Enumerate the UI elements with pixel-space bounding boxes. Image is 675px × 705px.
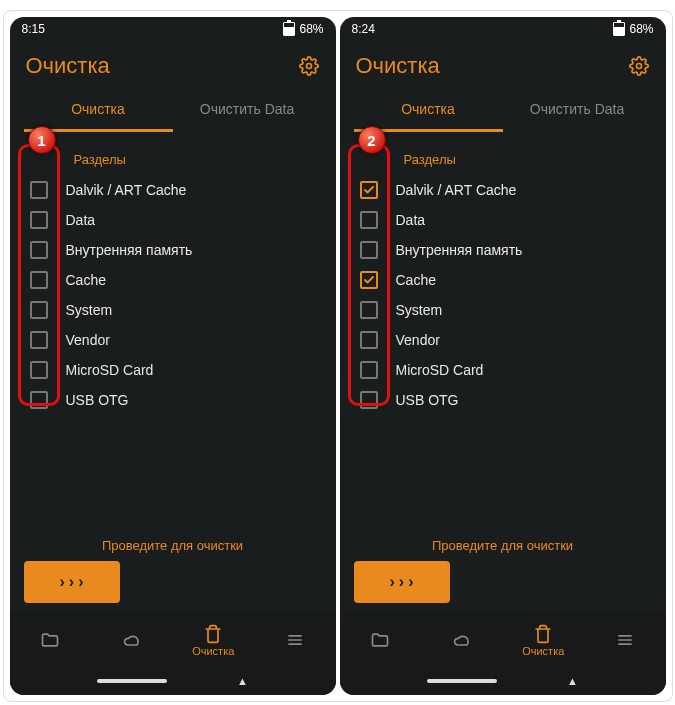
list-item[interactable]: Data: [24, 205, 322, 235]
phone-screen: 8:15 68% Очистка ОчисткаОчистить Data1Ра…: [10, 17, 336, 695]
nav-clean[interactable]: Очистка: [503, 624, 585, 657]
item-label: MicroSD Card: [66, 362, 154, 378]
settings-button[interactable]: [298, 55, 320, 77]
status-bar: 8:24 68%: [340, 17, 666, 41]
checkbox[interactable]: [360, 181, 378, 199]
bottom-nav: Очистка: [10, 613, 336, 667]
checkbox[interactable]: [360, 391, 378, 409]
list-item[interactable]: USB OTG: [24, 385, 322, 415]
home-pill[interactable]: [427, 679, 497, 683]
item-label: System: [396, 302, 443, 318]
list-item[interactable]: MicroSD Card: [354, 355, 652, 385]
step-badge: 2: [358, 126, 386, 154]
item-label: System: [66, 302, 113, 318]
checkbox[interactable]: [360, 241, 378, 259]
item-label: Vendor: [396, 332, 440, 348]
item-label: Cache: [396, 272, 436, 288]
battery-icon: [613, 22, 625, 36]
checkbox[interactable]: [360, 211, 378, 229]
list-item[interactable]: Cache: [24, 265, 322, 295]
item-label: MicroSD Card: [396, 362, 484, 378]
partition-list: Dalvik / ART CacheDataВнутренняя памятьC…: [24, 175, 322, 415]
settings-button[interactable]: [628, 55, 650, 77]
list-item[interactable]: Внутренняя память: [24, 235, 322, 265]
checkbox[interactable]: [30, 301, 48, 319]
checkbox[interactable]: [360, 361, 378, 379]
list-item[interactable]: Dalvik / ART Cache: [24, 175, 322, 205]
nav-label: Очистка: [522, 645, 564, 657]
swipe-button[interactable]: › › ›: [24, 561, 120, 603]
system-nav-bar: ▲: [340, 667, 666, 695]
list-item[interactable]: System: [24, 295, 322, 325]
item-label: Cache: [66, 272, 106, 288]
list-item[interactable]: Vendor: [24, 325, 322, 355]
checkbox[interactable]: [30, 181, 48, 199]
battery-icon: [283, 22, 295, 36]
list-item[interactable]: USB OTG: [354, 385, 652, 415]
nav-cloud[interactable]: [421, 630, 503, 650]
chevron-right-icon: ›: [399, 573, 404, 591]
checkbox[interactable]: [30, 331, 48, 349]
list-item[interactable]: System: [354, 295, 652, 325]
swipe-hint: Проведите для очистки: [24, 538, 322, 553]
svg-point-4: [636, 64, 641, 69]
nav-menu[interactable]: [254, 630, 336, 650]
section-label: Разделы: [404, 152, 652, 167]
chevron-up-icon[interactable]: ▲: [567, 675, 578, 687]
list-item[interactable]: MicroSD Card: [24, 355, 322, 385]
tab-clear-data[interactable]: Очистить Data: [503, 91, 652, 132]
svg-point-0: [306, 64, 311, 69]
nav-files[interactable]: [10, 630, 92, 650]
swipe-button[interactable]: › › ›: [354, 561, 450, 603]
nav-files[interactable]: [340, 630, 422, 650]
nav-cloud[interactable]: [91, 630, 173, 650]
status-time: 8:15: [22, 22, 45, 36]
chevron-right-icon: ›: [69, 573, 74, 591]
item-label: Data: [66, 212, 96, 228]
system-nav-bar: ▲: [10, 667, 336, 695]
swipe-area: Проведите для очистки › › ›: [10, 538, 336, 613]
phone-screen: 8:24 68% Очистка ОчисткаОчистить Data2Ра…: [340, 17, 666, 695]
status-battery: 68%: [629, 22, 653, 36]
item-label: Внутренняя память: [396, 242, 523, 258]
body: 1РазделыDalvik / ART CacheDataВнутренняя…: [10, 132, 336, 538]
tab-clear-data[interactable]: Очистить Data: [173, 91, 322, 132]
bottom-nav: Очистка: [340, 613, 666, 667]
item-label: Внутренняя память: [66, 242, 193, 258]
item-label: USB OTG: [66, 392, 129, 408]
body: 2РазделыDalvik / ART CacheDataВнутренняя…: [340, 132, 666, 538]
header: Очистка: [340, 41, 666, 83]
home-pill[interactable]: [97, 679, 167, 683]
checkbox[interactable]: [30, 391, 48, 409]
item-label: Dalvik / ART Cache: [396, 182, 517, 198]
list-item[interactable]: Dalvik / ART Cache: [354, 175, 652, 205]
nav-menu[interactable]: [584, 630, 666, 650]
page-title: Очистка: [26, 53, 110, 79]
checkbox[interactable]: [360, 331, 378, 349]
tabs: ОчисткаОчистить Data: [340, 91, 666, 132]
chevron-right-icon: ›: [390, 573, 395, 591]
chevron-up-icon[interactable]: ▲: [237, 675, 248, 687]
list-item[interactable]: Vendor: [354, 325, 652, 355]
status-time: 8:24: [352, 22, 375, 36]
list-item[interactable]: Cache: [354, 265, 652, 295]
status-bar: 8:15 68%: [10, 17, 336, 41]
checkbox[interactable]: [30, 361, 48, 379]
swipe-hint: Проведите для очистки: [354, 538, 652, 553]
checkbox[interactable]: [30, 211, 48, 229]
status-right: 68%: [283, 22, 323, 36]
swipe-area: Проведите для очистки › › ›: [340, 538, 666, 613]
checkbox[interactable]: [360, 271, 378, 289]
chevron-right-icon: ›: [78, 573, 83, 591]
item-label: USB OTG: [396, 392, 459, 408]
checkbox[interactable]: [30, 271, 48, 289]
item-label: Vendor: [66, 332, 110, 348]
tabs: ОчисткаОчистить Data: [10, 91, 336, 132]
list-item[interactable]: Внутренняя память: [354, 235, 652, 265]
status-battery: 68%: [299, 22, 323, 36]
screenshot-pair: 8:15 68% Очистка ОчисткаОчистить Data1Ра…: [3, 10, 673, 702]
checkbox[interactable]: [360, 301, 378, 319]
checkbox[interactable]: [30, 241, 48, 259]
nav-clean[interactable]: Очистка: [173, 624, 255, 657]
list-item[interactable]: Data: [354, 205, 652, 235]
